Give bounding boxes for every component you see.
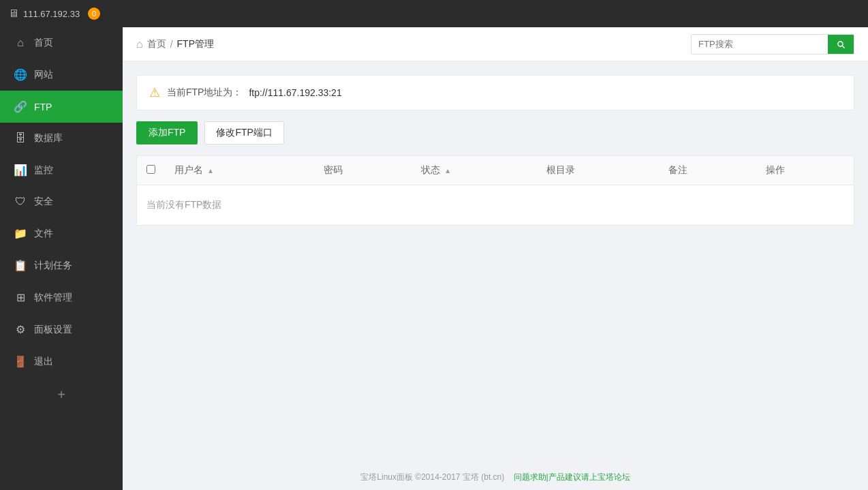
th-status-label: 状态 — [421, 164, 440, 175]
breadcrumb: ⌂ 首页 / FTP管理 — [136, 38, 214, 50]
sidebar-item-ftp[interactable]: 🔗 FTP — [0, 91, 123, 123]
globe-icon: 🌐 — [14, 68, 27, 81]
sidebar-item-website-label: 网站 — [34, 69, 53, 81]
server-info: 🖥 111.67.192.33 0 — [8, 7, 100, 20]
th-status[interactable]: 状态 ▲ — [412, 156, 536, 185]
th-username[interactable]: 用户名 ▲ — [165, 156, 314, 185]
sidebar-item-files[interactable]: 📁 文件 — [0, 217, 123, 249]
topbar: 🖥 111.67.192.33 0 — [0, 0, 868, 27]
content-area: ⚠ 当前FTP地址为： ftp://111.67.192.33:21 添加FTP… — [123, 61, 868, 465]
sidebar-item-logout-label: 退出 — [34, 356, 53, 368]
table-empty-message: 当前没有FTP数据 — [137, 185, 854, 226]
modify-port-button[interactable]: 修改FTP端口 — [204, 121, 283, 144]
sidebar-item-files-label: 文件 — [34, 228, 53, 240]
home-icon: ⌂ — [14, 37, 27, 49]
add-ftp-button[interactable]: 添加FTP — [136, 121, 198, 144]
ftp-address-notice: ⚠ 当前FTP地址为： ftp://111.67.192.33:21 — [136, 75, 854, 110]
copyright-text: 宝塔Linux面板 ©2014-2017 宝塔 (bt.cn) — [360, 472, 504, 482]
sidebar-item-home-label: 首页 — [34, 37, 53, 49]
sidebar-item-panel-label: 面板设置 — [34, 324, 72, 336]
sidebar-item-logout[interactable]: 🚪 退出 — [0, 346, 123, 378]
sidebar-add-button[interactable]: + — [0, 378, 123, 412]
gear-icon: ⚙ — [14, 323, 27, 336]
table-empty-row: 当前没有FTP数据 — [137, 185, 854, 226]
page-footer: 宝塔Linux面板 ©2014-2017 宝塔 (bt.cn) 问题求助|产品建… — [123, 465, 868, 490]
th-rootdir-label: 根目录 — [546, 164, 575, 175]
shield-icon: 🛡 — [14, 196, 27, 208]
warning-icon: ⚠ — [149, 85, 160, 100]
th-password-label: 密码 — [324, 164, 343, 175]
sidebar-item-ftp-label: FTP — [34, 102, 52, 112]
database-icon: 🗄 — [14, 132, 27, 144]
plus-icon: + — [57, 387, 65, 403]
sidebar-item-monitor[interactable]: 📊 监控 — [0, 154, 123, 186]
sidebar-item-database-label: 数据库 — [34, 132, 63, 144]
sidebar-item-home[interactable]: ⌂ 首页 — [0, 27, 123, 59]
ftp-icon: 🔗 — [14, 100, 27, 113]
th-checkbox — [137, 156, 165, 185]
select-all-checkbox[interactable] — [146, 165, 155, 174]
breadcrumb-current: FTP管理 — [177, 38, 214, 50]
th-remark: 备注 — [659, 156, 756, 185]
software-icon: ⊞ — [14, 291, 27, 304]
sidebar-item-cron[interactable]: 📋 计划任务 — [0, 249, 123, 281]
cron-icon: 📋 — [14, 259, 27, 272]
notification-badge: 0 — [88, 7, 100, 20]
th-password: 密码 — [314, 156, 412, 185]
page-header: ⌂ 首页 / FTP管理 — [123, 27, 868, 61]
username-sort-icon: ▲ — [207, 167, 214, 174]
sidebar: ⌂ 首页 🌐 网站 🔗 FTP 🗄 数据库 📊 监控 🛡 安全 📁 文件 📋 — [0, 27, 123, 490]
folder-icon: 📁 — [14, 227, 27, 240]
ftp-table-wrap: 用户名 ▲ 密码 状态 ▲ 根目录 — [136, 155, 854, 226]
logout-icon: 🚪 — [14, 355, 27, 368]
server-icon: 🖥 — [8, 7, 19, 20]
sidebar-item-monitor-label: 监控 — [34, 164, 53, 177]
search-input[interactable] — [692, 35, 828, 53]
search-box — [691, 34, 854, 55]
th-username-label: 用户名 — [174, 164, 203, 175]
search-icon — [836, 40, 846, 49]
server-ip: 111.67.192.33 — [23, 9, 80, 19]
th-actions: 操作 — [756, 156, 854, 185]
sidebar-item-security[interactable]: 🛡 安全 — [0, 186, 123, 217]
sidebar-item-database[interactable]: 🗄 数据库 — [0, 123, 123, 154]
breadcrumb-separator: / — [170, 39, 173, 50]
main-area: ⌂ 首页 / FTP管理 ⚠ 当前FTP地址为： ftp://111.67. — [123, 27, 868, 490]
sidebar-item-security-label: 安全 — [34, 196, 53, 208]
sidebar-item-website[interactable]: 🌐 网站 — [0, 59, 123, 91]
breadcrumb-home[interactable]: 首页 — [147, 38, 166, 50]
th-remark-label: 备注 — [668, 164, 687, 175]
sidebar-item-software[interactable]: ⊞ 软件管理 — [0, 281, 123, 313]
home-breadcrumb-icon: ⌂ — [136, 38, 143, 50]
monitor-icon: 📊 — [14, 164, 27, 177]
sidebar-item-cron-label: 计划任务 — [34, 260, 72, 272]
ftp-address-label: 当前FTP地址为： — [167, 87, 242, 99]
th-rootdir: 根目录 — [537, 156, 659, 185]
sidebar-item-panel[interactable]: ⚙ 面板设置 — [0, 313, 123, 346]
sidebar-item-software-label: 软件管理 — [34, 292, 72, 304]
ftp-table: 用户名 ▲ 密码 状态 ▲ 根目录 — [137, 156, 854, 225]
ftp-toolbar: 添加FTP 修改FTP端口 — [136, 121, 854, 144]
forum-link[interactable]: 问题求助|产品建议请上宝塔论坛 — [514, 472, 630, 482]
table-header-row: 用户名 ▲ 密码 状态 ▲ 根目录 — [137, 156, 854, 185]
ftp-address-value: ftp://111.67.192.33:21 — [249, 87, 341, 98]
search-button[interactable] — [828, 35, 854, 54]
status-sort-icon: ▲ — [444, 167, 451, 174]
th-actions-label: 操作 — [766, 164, 785, 175]
